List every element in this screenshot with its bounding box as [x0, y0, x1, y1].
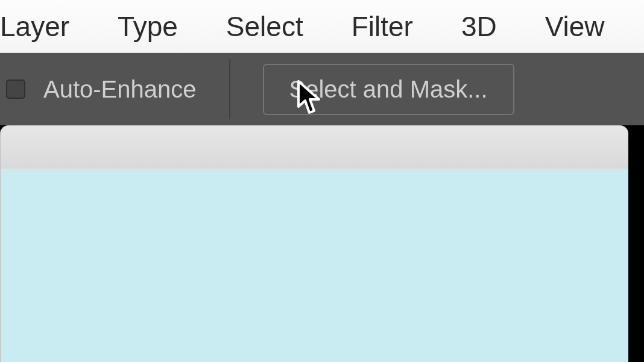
menu-layer[interactable]: Layer [0, 10, 69, 43]
app-menu-bar: Layer Type Select Filter 3D View [0, 0, 644, 53]
menu-filter[interactable]: Filter [352, 10, 413, 43]
auto-enhance-checkbox[interactable] [6, 80, 25, 99]
options-divider [229, 59, 230, 119]
menu-3d[interactable]: 3D [461, 10, 497, 43]
auto-enhance-label: Auto-Enhance [43, 76, 197, 103]
select-and-mask-button[interactable]: Select and Mask... [263, 64, 514, 115]
menu-type[interactable]: Type [118, 10, 178, 43]
document-canvas[interactable] [0, 169, 628, 362]
tool-options-bar: Auto-Enhance Select and Mask... [0, 53, 644, 125]
document-window-titlebar[interactable] [0, 125, 628, 169]
menu-select[interactable]: Select [226, 10, 303, 43]
menu-view[interactable]: View [545, 10, 605, 43]
